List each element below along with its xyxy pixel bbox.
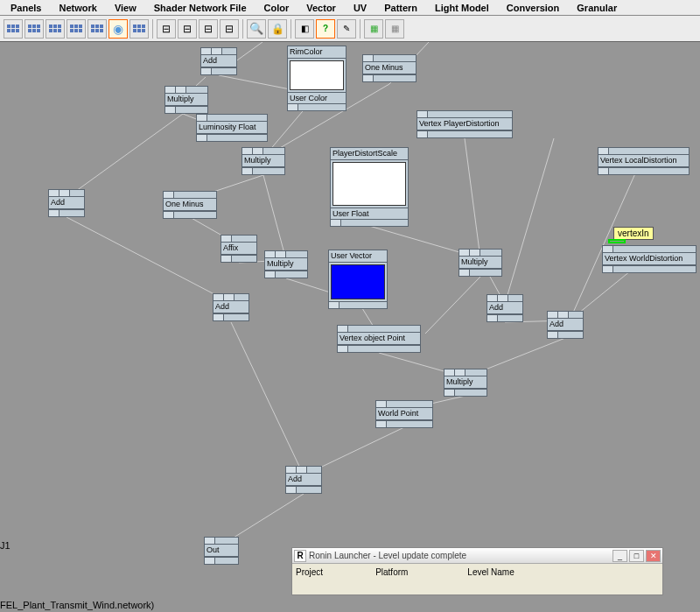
node-out[interactable]: Out (204, 537, 239, 565)
toolbar-btn-search[interactable]: 🔍 (247, 19, 266, 39)
input-port[interactable] (253, 148, 263, 154)
node-add2[interactable]: Add (48, 189, 85, 217)
output-port[interactable] (286, 487, 297, 493)
input-port[interactable] (165, 87, 176, 93)
toolbar-btn-6-globe[interactable]: ◉ (108, 19, 128, 39)
input-port[interactable] (558, 312, 569, 318)
node-add4[interactable]: Add (486, 294, 523, 322)
output-port[interactable] (242, 168, 253, 174)
menu-vector[interactable]: Vector (298, 3, 345, 13)
menu-uv[interactable]: UV (345, 3, 375, 13)
input-port[interactable] (455, 369, 466, 376)
input-port[interactable] (376, 401, 387, 407)
input-port[interactable] (205, 538, 215, 544)
input-port[interactable] (176, 87, 186, 93)
toolbar-btn-link-1[interactable]: ⊟ (157, 19, 176, 39)
output-port[interactable] (376, 421, 387, 427)
toolbar-btn-eraser[interactable]: ◧ (295, 19, 314, 39)
input-port[interactable] (49, 190, 60, 196)
input-port[interactable] (265, 251, 276, 257)
input-port[interactable] (363, 55, 374, 61)
input-port[interactable] (338, 326, 348, 332)
node-worldpoint[interactable]: World Point (375, 400, 433, 428)
toolbar-btn-window-1[interactable]: ▦ (364, 19, 383, 39)
minimize-button[interactable]: _ (612, 550, 627, 562)
toolbar-btn-help[interactable]: ? (316, 19, 335, 39)
node-affix[interactable]: Affix (220, 235, 257, 263)
node-multiply1[interactable]: Multiply (164, 86, 208, 114)
menu-color[interactable]: Color (256, 3, 298, 13)
input-port[interactable] (487, 295, 498, 301)
toolbar-btn-2[interactable] (24, 19, 44, 39)
output-port[interactable] (265, 271, 276, 278)
close-button[interactable]: ✕ (646, 550, 661, 562)
node-vobjpoint[interactable]: Vertex object Point (337, 325, 421, 353)
node-add5[interactable]: Add (547, 311, 584, 339)
output-port[interactable] (603, 266, 613, 272)
node-multiply5[interactable]: Multiply (444, 369, 487, 397)
toolbar-btn-7[interactable] (130, 19, 149, 39)
menu-pattern[interactable]: Pattern (375, 3, 426, 13)
input-port[interactable] (212, 48, 222, 54)
input-port[interactable] (470, 250, 480, 256)
input-port[interactable] (224, 294, 234, 300)
output-port[interactable] (548, 332, 558, 338)
node-oneminus2[interactable]: One Minus (163, 191, 217, 219)
input-port[interactable] (164, 192, 174, 198)
menu-light-model[interactable]: Light Model (426, 3, 498, 13)
input-port[interactable] (242, 148, 253, 154)
output-port[interactable] (331, 220, 341, 226)
toolbar-btn-lock[interactable]: 🔒 (268, 19, 287, 39)
input-port[interactable] (214, 294, 224, 300)
input-port[interactable] (548, 312, 558, 318)
menu-shader-network-file[interactable]: Shader Network File (145, 3, 256, 13)
input-port[interactable] (297, 467, 307, 473)
output-port[interactable] (164, 212, 174, 218)
output-port[interactable] (221, 256, 232, 262)
output-port[interactable] (165, 107, 176, 113)
output-port[interactable] (363, 75, 374, 81)
menu-network[interactable]: Network (50, 3, 105, 13)
output-port[interactable] (288, 104, 298, 110)
toolbar-btn-link-4[interactable]: ⊟ (220, 19, 239, 39)
toolbar-btn-pen[interactable]: ✎ (337, 19, 356, 39)
toolbar-btn-1[interactable] (4, 19, 23, 39)
output-port[interactable] (417, 131, 428, 137)
node-uservector[interactable]: User Vector (328, 250, 388, 309)
menu-conversion[interactable]: Conversion (498, 3, 569, 13)
input-port[interactable] (498, 295, 508, 301)
input-port[interactable] (598, 148, 609, 154)
node-vworlddist[interactable]: Vertex WorldDistortion (602, 245, 696, 273)
node-multiply4[interactable]: Multiply (458, 249, 502, 277)
input-port[interactable] (444, 369, 455, 376)
maximize-button[interactable]: □ (629, 550, 644, 562)
node-oneminus1[interactable]: One Minus (362, 54, 416, 82)
output-port[interactable] (49, 210, 60, 216)
input-port[interactable] (276, 251, 286, 257)
node-lumflt[interactable]: Luminosity Float (196, 114, 268, 142)
output-port[interactable] (214, 314, 224, 320)
menu-panels[interactable]: Panels (2, 3, 50, 13)
input-port[interactable] (221, 236, 232, 242)
node-vplayerdist[interactable]: Vertex PlayerDistortion (416, 110, 513, 138)
node-canvas[interactable]: AddRimColorUser ColorOne MinusMultiplyLu… (0, 42, 700, 612)
node-vlocaldist[interactable]: Vertex LocalDistortion (598, 147, 690, 175)
output-port[interactable] (338, 346, 348, 352)
input-port[interactable] (201, 48, 212, 54)
output-port[interactable] (444, 390, 455, 396)
menu-granular[interactable]: Granular (568, 3, 626, 13)
toolbar-btn-window-2[interactable]: ▦ (385, 19, 404, 39)
output-port[interactable] (598, 168, 609, 174)
input-port[interactable] (603, 246, 613, 252)
output-port[interactable] (197, 135, 207, 141)
output-port[interactable] (329, 302, 340, 308)
output-port[interactable] (205, 558, 215, 564)
output-port[interactable] (459, 270, 470, 276)
node-add1[interactable]: Add (200, 47, 237, 75)
node-multiply3[interactable]: Multiply (264, 250, 308, 278)
toolbar-btn-5[interactable] (88, 19, 107, 39)
output-port[interactable] (201, 68, 212, 74)
toolbar-btn-link-3[interactable]: ⊟ (199, 19, 218, 39)
toolbar-btn-link-2[interactable]: ⊟ (178, 19, 197, 39)
menu-view[interactable]: View (106, 3, 145, 13)
